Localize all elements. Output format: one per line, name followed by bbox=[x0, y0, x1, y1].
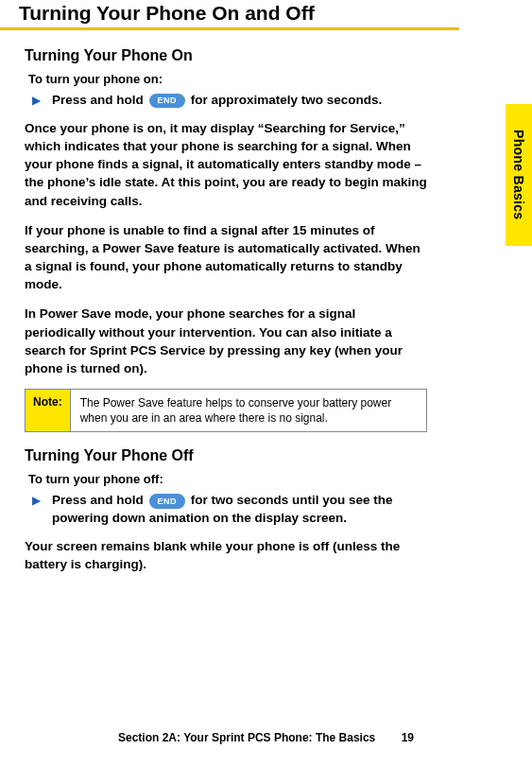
step-turn-on-text: Press and hold END for approximately two… bbox=[52, 92, 382, 110]
heading-turn-on: Turning Your Phone On bbox=[25, 47, 427, 64]
para-on-1: Once your phone is on, it may display “S… bbox=[25, 119, 427, 210]
arrow-icon: ▶ bbox=[32, 492, 41, 509]
note-text: The Power Save feature helps to conserve… bbox=[71, 390, 426, 431]
heading-turn-off: Turning Your Phone Off bbox=[25, 447, 427, 464]
step-turn-off-text: Press and hold END for two seconds until… bbox=[52, 492, 427, 528]
step-on-before: Press and hold bbox=[52, 93, 147, 107]
end-key-icon: END bbox=[149, 94, 186, 109]
step-off-before: Press and hold bbox=[52, 493, 147, 507]
para-on-2: If your phone is unable to find a signal… bbox=[25, 221, 427, 294]
para-off-1: Your screen remains blank while your pho… bbox=[25, 537, 427, 573]
page-number: 19 bbox=[402, 731, 414, 744]
side-tab-label: Phone Basics bbox=[511, 130, 526, 219]
para-on-3: In Power Save mode, your phone searches … bbox=[25, 305, 427, 377]
content-area: Turning Your Phone On To turn your phone… bbox=[0, 30, 472, 573]
arrow-icon: ▶ bbox=[32, 92, 41, 109]
sub-heading-turn-on: To turn your phone on: bbox=[28, 72, 427, 86]
step-on-after: for approximately two seconds. bbox=[187, 93, 382, 107]
note-label: Note: bbox=[26, 390, 71, 431]
step-turn-on: ▶ Press and hold END for approximately t… bbox=[32, 92, 427, 110]
sub-heading-turn-off: To turn your phone off: bbox=[28, 472, 427, 486]
note-box: Note: The Power Save feature helps to co… bbox=[25, 389, 427, 432]
footer-section: Section 2A: Your Sprint PCS Phone: The B… bbox=[118, 731, 375, 744]
step-turn-off: ▶ Press and hold END for two seconds unt… bbox=[32, 492, 427, 528]
end-key-icon: END bbox=[149, 494, 186, 509]
page-title: Turning Your Phone On and Off bbox=[0, 0, 459, 30]
side-tab-phone-basics: Phone Basics bbox=[506, 104, 532, 246]
footer: Section 2A: Your Sprint PCS Phone: The B… bbox=[0, 731, 532, 744]
